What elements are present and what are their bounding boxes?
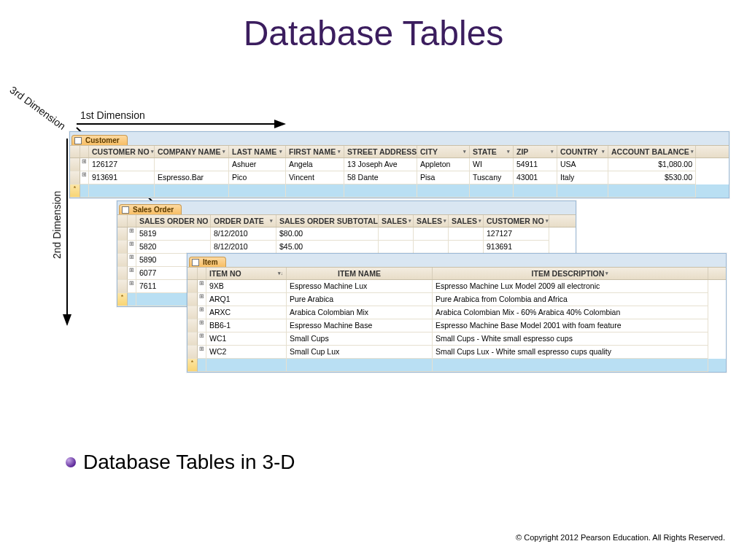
- cell: 43001: [514, 171, 557, 184]
- cell: Espresso Machine Lux Model 2009 all elec…: [433, 280, 708, 293]
- cell: Angela: [286, 158, 344, 171]
- cell: 913691: [89, 171, 155, 184]
- table-icon: [192, 259, 199, 266]
- col-header[interactable]: ZIP: [516, 147, 528, 156]
- col-header[interactable]: LAST NAME: [232, 147, 276, 156]
- tab-customer[interactable]: Customer: [71, 135, 128, 145]
- col-header[interactable]: ORDER DATE: [214, 217, 264, 225]
- cell: ARXC: [206, 306, 287, 319]
- tab-item[interactable]: Item: [189, 257, 226, 267]
- table-row[interactable]: ⊞ ARQ1 Pure Arabica Pure Arabica from Co…: [187, 293, 726, 306]
- col-header[interactable]: SALES ORDER NO: [139, 217, 209, 225]
- col-header[interactable]: ITEM DESCRIPTION: [532, 269, 605, 278]
- table-row[interactable]: ⊞ WC2 Small Cup Lux Small Cups Lux - Whi…: [187, 346, 726, 359]
- cell: $530.00: [608, 171, 696, 184]
- new-row[interactable]: *: [187, 359, 726, 372]
- table-row[interactable]: ⊞ ARXC Arabica Colombian Mix Arabica Col…: [187, 306, 726, 319]
- table-row[interactable]: ⊞ WC1 Small Cups Small Cups - White smal…: [187, 332, 726, 346]
- bullet-icon: [66, 457, 76, 467]
- cell: WC2: [206, 346, 287, 359]
- col-header[interactable]: SALES: [417, 217, 442, 225]
- table-customer: Customer CUSTOMER NO▾ COMPANY NAME▾ LAST…: [69, 131, 729, 198]
- cell: Small Cups - White small espresso cups: [433, 332, 708, 346]
- bullet-item: Database Tables in 3-D: [66, 451, 295, 474]
- table-row[interactable]: ⊞ 913691 Espresso.Bar Pico Vincent 58 Da…: [70, 171, 729, 184]
- cell: Espresso Machine Base: [287, 319, 433, 332]
- cell: 8/12/2010: [211, 241, 276, 254]
- cell: Pure Arabica from Colombia and Africa: [433, 293, 708, 306]
- col-header[interactable]: SALES: [452, 217, 477, 225]
- col-header[interactable]: CUSTOMER NO: [92, 147, 150, 156]
- cell: Pico: [229, 171, 286, 184]
- cell: Espresso.Bar: [155, 171, 229, 184]
- cell: Italy: [557, 171, 608, 184]
- cell: [155, 158, 229, 171]
- cell: Espresso Machine Base Model 2001 with fo…: [433, 319, 708, 332]
- table-row[interactable]: ⊞ BB6-1 Espresso Machine Base Espresso M…: [187, 319, 726, 332]
- label-3rd-dimension: 3rd Dimension: [8, 84, 68, 132]
- cell: Espresso Machine Lux: [287, 280, 433, 293]
- table-row[interactable]: ⊞ 5820 8/12/2010 $45.00 913691: [117, 241, 576, 254]
- cell: Small Cups: [287, 332, 433, 346]
- col-header[interactable]: COUNTRY: [560, 147, 598, 156]
- cell: 913691: [484, 241, 549, 254]
- cell: Pure Arabica: [287, 293, 433, 306]
- cell: WC1: [206, 332, 287, 346]
- cell: 58 Dante: [344, 171, 417, 184]
- cell: Vincent: [286, 171, 344, 184]
- table-row[interactable]: ⊞ 5819 8/12/2010 $80.00 127127: [117, 228, 576, 241]
- table-item: Item ITEM NO▾↓ ITEM NAME ITEM DESCRIPTIO…: [187, 253, 727, 373]
- cell: $1,080.00: [608, 158, 696, 171]
- cell: $45.00: [276, 241, 379, 254]
- copyright-text: © Copyright 2012 Pearson Education. All …: [516, 533, 725, 542]
- col-header[interactable]: ITEM NO: [209, 269, 241, 278]
- new-row[interactable]: *: [70, 184, 729, 198]
- table-row[interactable]: ⊞ 9XB Espresso Machine Lux Espresso Mach…: [187, 280, 726, 293]
- cell: 13 Joseph Ave: [344, 158, 417, 171]
- col-header[interactable]: ITEM NAME: [338, 269, 381, 278]
- col-header[interactable]: COMPANY NAME: [158, 147, 221, 156]
- diagram-area: 1st Dimension 2nd Dimension 3rd Dimensio…: [15, 77, 729, 383]
- cell: Arabica Colombian Mix: [287, 306, 433, 319]
- table-row[interactable]: ⊞ 126127 Ashuer Angela 13 Joseph Ave App…: [70, 158, 729, 171]
- cell: Tuscany: [470, 171, 514, 184]
- cell: 54911: [514, 158, 557, 171]
- slide-title: Database Tables: [0, 13, 747, 53]
- cell: 126127: [89, 158, 155, 171]
- cell: Arabica Colombian Mix - 60% Arabica 40% …: [433, 306, 708, 319]
- col-header[interactable]: SALES ORDER SUBTOTAL: [279, 217, 378, 225]
- cell: 5820: [136, 241, 211, 254]
- tab-label: Sales Order: [133, 206, 174, 214]
- cell: 9XB: [206, 280, 287, 293]
- col-header[interactable]: STREET ADDRESS: [347, 147, 417, 156]
- cell: Ashuer: [229, 158, 286, 171]
- tab-label: Customer: [85, 136, 120, 144]
- col-header[interactable]: CITY: [420, 147, 438, 156]
- cell: 5819: [136, 228, 211, 241]
- cell: BB6-1: [206, 319, 287, 332]
- col-header[interactable]: CUSTOMER NO: [487, 217, 544, 225]
- cell: WI: [470, 158, 514, 171]
- cell: USA: [557, 158, 608, 171]
- cell: 127127: [484, 228, 549, 241]
- label-2nd-dimension: 2nd Dimension: [51, 191, 63, 259]
- cell: Pisa: [417, 171, 470, 184]
- tab-label: Item: [203, 258, 218, 266]
- cell: $80.00: [276, 228, 379, 241]
- cell: Small Cup Lux: [287, 346, 433, 359]
- table-icon: [74, 137, 82, 144]
- cell: ARQ1: [206, 293, 287, 306]
- col-header[interactable]: FIRST NAME: [289, 147, 336, 156]
- label-1st-dimension: 1st Dimension: [80, 109, 145, 121]
- cell: 8/12/2010: [211, 228, 276, 241]
- col-header[interactable]: ACCOUNT BALANCE: [611, 147, 689, 156]
- cell: Small Cups Lux - White small espresso cu…: [433, 346, 708, 359]
- col-header[interactable]: SALES: [382, 217, 407, 225]
- bullet-text: Database Tables in 3-D: [83, 451, 295, 474]
- col-header[interactable]: STATE: [473, 147, 497, 156]
- table-icon: [122, 206, 129, 214]
- tab-sales-order[interactable]: Sales Order: [119, 204, 182, 214]
- cell: Appleton: [417, 158, 470, 171]
